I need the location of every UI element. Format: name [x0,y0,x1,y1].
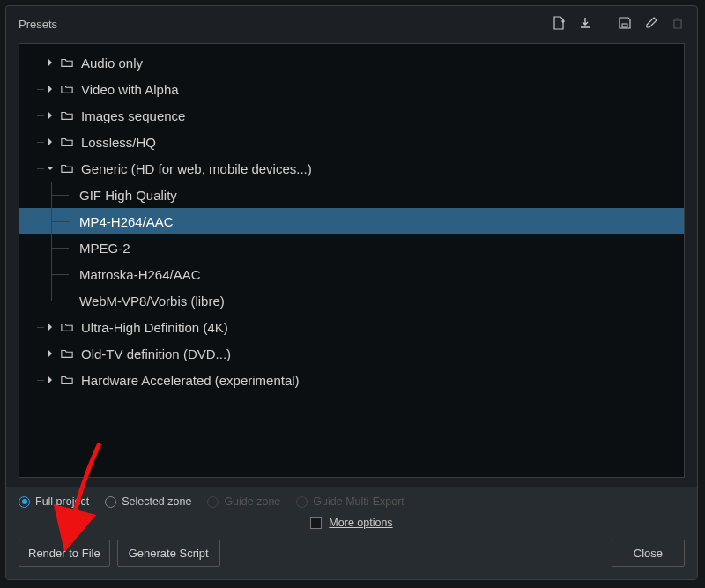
render-to-file-button[interactable]: Render to File [19,540,110,567]
chevron-right-icon[interactable] [44,321,56,333]
tree-item[interactable]: Matroska-H264/AAC [19,261,684,287]
chevron-right-icon[interactable] [44,109,56,122]
radio-guide-zone: Guide zone [207,495,280,508]
tree-folder[interactable]: Ultra-High Definition (4K) [19,314,684,340]
folder-icon [60,56,74,70]
radio-label: Guide Multi-Export [313,495,404,508]
tree-folder[interactable]: Generic (HD for web, mobile devices...) [19,155,684,182]
chevron-right-icon[interactable] [44,83,56,95]
tree-item[interactable]: WebM-VP8/Vorbis (libre) [19,287,684,314]
folder-icon [60,135,74,149]
folder-icon [60,161,74,175]
tree-item-label: Matroska-H264/AAC [79,267,201,282]
tree-item[interactable]: GIF High Quality [19,182,684,208]
radio-label: Full project [35,495,89,508]
radio-label: Guide zone [224,495,280,508]
save-icon[interactable] [618,16,632,33]
footer-buttons: Render to File Generate Script Close [19,540,685,567]
tree-folder-label: Lossless/HQ [81,135,156,150]
export-scope-radios: Full project Selected zone Guide zone Gu… [19,495,685,508]
generate-script-button[interactable]: Generate Script [117,540,220,567]
panel-header: Presets [6,6,697,40]
radio-full-project[interactable]: Full project [19,495,89,508]
folder-icon [60,320,74,334]
panel-footer: Full project Selected zone Guide zone Gu… [6,487,697,579]
tree-folder[interactable]: Hardware Accelerated (experimental) [19,367,684,393]
tree-item-label: MP4-H264/AAC [79,214,174,229]
more-options-row: More options [19,517,685,529]
close-button[interactable]: Close [612,540,685,567]
chevron-down-icon[interactable] [44,162,56,175]
svg-rect-0 [622,24,627,27]
tree-folder-label: Hardware Accelerated (experimental) [81,373,300,388]
panel-title: Presets [19,18,57,31]
tree-folder[interactable]: Lossless/HQ [19,129,684,155]
presets-panel: Presets Audio onlyVideo with AlphaImages… [5,5,698,580]
tree-folder-label: Video with Alpha [81,82,179,97]
tree-item[interactable]: MPEG-2 [19,234,684,261]
folder-icon [60,82,74,96]
tree-item-label: MPEG-2 [79,241,130,256]
tree-folder[interactable]: Images sequence [19,102,684,129]
tree-folder-label: Ultra-High Definition (4K) [81,320,228,335]
folder-icon [60,346,74,361]
tree-item-label: WebM-VP8/Vorbis (libre) [79,294,225,309]
tree-folder[interactable]: Video with Alpha [19,76,684,102]
chevron-right-icon[interactable] [44,56,56,69]
preset-tree[interactable]: Audio onlyVideo with AlphaImages sequenc… [19,43,685,478]
tree-folder-label: Audio only [81,56,143,71]
toolbar-separator [605,15,605,33]
edit-icon[interactable] [644,16,658,33]
chevron-right-icon[interactable] [44,347,56,360]
tree-folder-label: Images sequence [81,108,185,123]
chevron-right-icon[interactable] [44,136,56,148]
radio-selected-zone[interactable]: Selected zone [105,495,191,508]
tree-folder-label: Generic (HD for web, mobile devices...) [81,161,312,176]
radio-label: Selected zone [122,495,191,508]
more-options-checkbox[interactable] [310,517,322,529]
tree-folder[interactable]: Audio only [19,49,684,76]
folder-icon [60,108,74,123]
tree-folder[interactable]: Old-TV definition (DVD...) [19,340,684,367]
header-toolbar [552,15,685,33]
download-icon[interactable] [578,16,592,33]
radio-guide-multi: Guide Multi-Export [296,495,404,508]
more-options-label[interactable]: More options [329,517,392,529]
chevron-right-icon[interactable] [44,374,56,386]
folder-icon [60,373,74,387]
tree-folder-label: Old-TV definition (DVD...) [81,346,231,361]
delete-icon[interactable] [671,16,685,33]
new-preset-icon[interactable] [552,16,566,33]
tree-item[interactable]: MP4-H264/AAC [19,208,684,234]
tree-item-label: GIF High Quality [79,188,177,203]
